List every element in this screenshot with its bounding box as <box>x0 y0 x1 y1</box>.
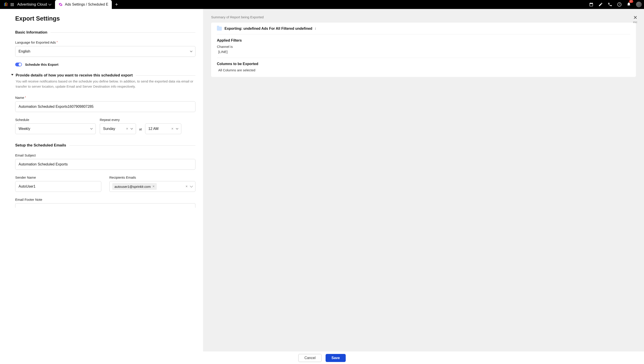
sender-name-input[interactable] <box>15 181 101 192</box>
details-help-text: You will receive notifications based on … <box>16 79 196 89</box>
repeat-day-select[interactable]: Sunday × <box>100 124 136 134</box>
language-label: Language for Exported Ads <box>15 40 196 44</box>
clear-icon[interactable]: × <box>186 184 188 188</box>
sender-name-label: Sender Name <box>15 176 101 179</box>
top-bar: Advertising Cloud Ads Settings / Schedul… <box>0 0 644 9</box>
email-subject-input[interactable] <box>15 159 196 170</box>
svg-text:?: ? <box>619 3 620 6</box>
language-select[interactable]: English <box>15 46 196 57</box>
chevron-down-icon <box>176 127 178 130</box>
email-footer-input[interactable] <box>15 203 196 208</box>
columns-title: Columns to be Exported <box>217 62 630 66</box>
remove-chip-icon[interactable]: × <box>152 184 154 188</box>
chevron-down-icon <box>90 127 92 130</box>
brand-logo-icon[interactable] <box>2 2 10 7</box>
name-input[interactable] <box>15 101 196 112</box>
add-tab-button[interactable]: + <box>112 0 121 9</box>
chevron-down-icon <box>190 184 193 188</box>
summary-panel: Summary of Report being Exported ✕ esc E… <box>203 9 644 352</box>
recipient-chip: autouser1@sprinklr.com × <box>112 183 157 190</box>
chevron-down-icon <box>48 2 52 6</box>
exporting-title: Exporting: undefined Ads For All Filtere… <box>224 26 312 31</box>
clear-icon[interactable]: × <box>171 127 173 131</box>
main-layout: Export Settings Basic Information Langua… <box>0 9 644 352</box>
calendar-icon[interactable]: 14 <box>589 2 594 7</box>
form-panel: Export Settings Basic Information Langua… <box>0 9 203 352</box>
gear-icon <box>58 2 62 6</box>
cancel-button[interactable]: Cancel <box>298 354 322 362</box>
section-basic-info: Basic Information <box>15 30 196 35</box>
svg-text:14: 14 <box>590 4 592 6</box>
tab-active[interactable]: Ads Settings / Scheduled E <box>55 0 112 9</box>
at-label: at <box>139 127 142 134</box>
info-icon[interactable]: i <box>315 26 316 31</box>
repeat-time-select[interactable]: 12 AM × <box>145 124 181 134</box>
topbar-actions: 14 ? 17 <box>589 2 642 8</box>
name-label: Name <box>15 96 196 100</box>
schedule-export-toggle[interactable] <box>15 62 22 66</box>
folder-icon <box>217 26 222 31</box>
section-scheduled-emails: Setup the Scheduled Emails <box>15 143 196 148</box>
repeat-label: Repeat every <box>100 118 181 122</box>
details-section-header[interactable]: Provide details of how you want to recei… <box>11 73 196 89</box>
avatar[interactable] <box>636 2 642 8</box>
notification-badge: 17 <box>629 0 633 3</box>
filter-key: Channel is <box>217 45 630 48</box>
close-icon: ✕ <box>633 15 637 20</box>
esc-label: esc <box>633 20 637 24</box>
filter-value: [LINE] <box>217 50 630 54</box>
email-footer-label: Email Footer Note <box>15 198 196 202</box>
page-title: Export Settings <box>15 15 196 22</box>
close-button[interactable]: ✕ esc <box>633 15 637 24</box>
schedule-label: Schedule <box>15 118 96 122</box>
recipients-select[interactable]: autouser1@sprinklr.com × × <box>109 181 196 192</box>
chevron-down-icon <box>130 127 133 130</box>
summary-title: Summary of Report being Exported <box>211 15 636 19</box>
apps-grid-icon[interactable] <box>11 3 14 6</box>
clear-icon[interactable]: × <box>126 127 128 131</box>
notifications-button[interactable]: 17 <box>626 2 631 8</box>
caret-down-icon <box>11 74 14 76</box>
summary-card: Exporting: undefined Ads For All Filtere… <box>211 22 636 77</box>
chevron-down-icon <box>190 50 192 52</box>
help-icon[interactable]: ? <box>617 2 622 7</box>
phone-icon[interactable] <box>608 2 612 7</box>
schedule-toggle-label: Schedule this Export <box>25 62 58 66</box>
app-switcher[interactable]: Advertising Cloud <box>17 2 55 7</box>
email-subject-label: Email Subject <box>15 154 196 157</box>
applied-filters-title: Applied Filters <box>217 38 630 42</box>
tab-label: Ads Settings / Scheduled E <box>65 2 108 6</box>
pencil-icon[interactable] <box>598 2 603 7</box>
columns-value: All Columns are selected <box>217 68 630 72</box>
schedule-select[interactable]: Weekly <box>15 124 96 134</box>
recipients-label: Recipients Emails <box>109 176 196 179</box>
save-button[interactable]: Save <box>326 354 346 362</box>
footer-bar: Cancel Save <box>0 352 644 364</box>
app-name: Advertising Cloud <box>17 2 47 7</box>
